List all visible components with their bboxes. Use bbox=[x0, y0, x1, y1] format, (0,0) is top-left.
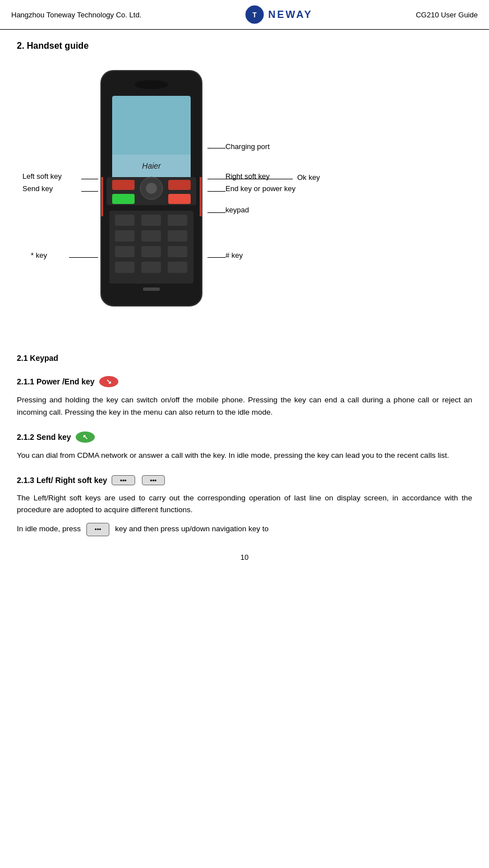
section-211-title: 2.1.1 Power /End key ↘ bbox=[17, 376, 472, 387]
svg-point-3 bbox=[135, 80, 168, 89]
inline-soft-key-icon: ••• bbox=[86, 523, 110, 536]
handset-diagram: Haier bbox=[17, 62, 472, 331]
svg-rect-12 bbox=[112, 194, 135, 204]
svg-rect-24 bbox=[115, 262, 135, 273]
svg-text:T: T bbox=[252, 11, 257, 19]
logo-icon: T bbox=[245, 4, 265, 25]
svg-rect-19 bbox=[141, 230, 161, 242]
line-left-soft-key bbox=[81, 179, 98, 179]
page-header: Hangzhou Toneway Technology Co. Ltd. T N… bbox=[0, 0, 489, 30]
logo: T NEWAY bbox=[245, 4, 312, 25]
line-right-soft-key bbox=[207, 179, 225, 179]
line-star-key bbox=[69, 257, 98, 258]
label-send-key: Send key bbox=[22, 184, 53, 193]
send-key-icon: ↖ bbox=[76, 431, 95, 443]
svg-rect-26 bbox=[168, 262, 187, 273]
svg-rect-20 bbox=[168, 230, 187, 242]
svg-rect-17 bbox=[168, 215, 187, 226]
label-hash-key: # key bbox=[225, 251, 243, 259]
left-soft-key-icon: ••• bbox=[112, 475, 135, 485]
svg-rect-8 bbox=[112, 180, 135, 190]
svg-rect-15 bbox=[115, 215, 135, 226]
logo-brand: NEWAY bbox=[268, 9, 312, 21]
section-212-title: 2.1.2 Send key ↖ bbox=[17, 431, 472, 443]
label-ok-key: Ok key bbox=[297, 173, 320, 182]
section-213: 2.1.3 Left/ Right soft key ••• ••• The L… bbox=[17, 475, 472, 536]
line-keypad bbox=[207, 212, 225, 213]
section-213-title: 2.1.3 Left/ Right soft key ••• ••• bbox=[17, 475, 472, 485]
label-charging-port: Charging port bbox=[225, 142, 270, 151]
section-21: 2.1 Keypad bbox=[17, 354, 472, 363]
end-key-icon: ↘ bbox=[99, 376, 118, 387]
section-212: 2.1.2 Send key ↖ You can dial from CDMA … bbox=[17, 431, 472, 462]
section-213-body1: The Left/Right soft keys are used to car… bbox=[17, 492, 472, 516]
line-charging-port bbox=[207, 148, 225, 148]
right-soft-key-icon: ••• bbox=[142, 475, 165, 485]
phone-svg: Haier bbox=[95, 68, 207, 309]
line-send-key bbox=[81, 191, 98, 192]
svg-rect-27 bbox=[143, 287, 160, 291]
label-end-key: End key or power key bbox=[225, 184, 296, 193]
main-content: 2. Handset guide Haier bbox=[0, 30, 489, 573]
line-end-key bbox=[207, 191, 225, 192]
svg-rect-22 bbox=[141, 246, 161, 257]
page-number: 10 bbox=[17, 553, 472, 561]
label-keypad: keypad bbox=[225, 206, 249, 214]
section-213-body2: In idle mode, press ••• key and then pre… bbox=[17, 523, 472, 536]
svg-rect-29 bbox=[200, 177, 202, 216]
section-21-title: 2.1 Keypad bbox=[17, 354, 472, 363]
svg-rect-16 bbox=[141, 215, 161, 226]
svg-rect-28 bbox=[101, 177, 103, 216]
svg-rect-23 bbox=[168, 246, 187, 257]
svg-point-11 bbox=[146, 183, 157, 194]
label-left-soft-key: Left soft key bbox=[22, 172, 62, 180]
svg-rect-21 bbox=[115, 246, 135, 257]
phone-image: Haier bbox=[95, 68, 207, 303]
guide-title: CG210 User Guide bbox=[416, 11, 478, 19]
line-hash-key bbox=[207, 257, 225, 258]
svg-rect-18 bbox=[115, 230, 135, 242]
section2-title: 2. Handset guide bbox=[17, 41, 472, 51]
company-name: Hangzhou Toneway Technology Co. Ltd. bbox=[11, 11, 141, 19]
svg-rect-13 bbox=[168, 194, 191, 204]
line-ok-key-extend bbox=[225, 179, 293, 179]
section-211-body: Pressing and holding the key can switch … bbox=[17, 394, 472, 418]
svg-rect-9 bbox=[168, 180, 191, 190]
section-212-body: You can dial from CDMA network or answer… bbox=[17, 449, 472, 462]
label-star-key: * key bbox=[31, 251, 47, 259]
svg-rect-25 bbox=[141, 262, 161, 273]
svg-text:Haier: Haier bbox=[142, 161, 162, 170]
section-211: 2.1.1 Power /End key ↘ Pressing and hold… bbox=[17, 376, 472, 418]
